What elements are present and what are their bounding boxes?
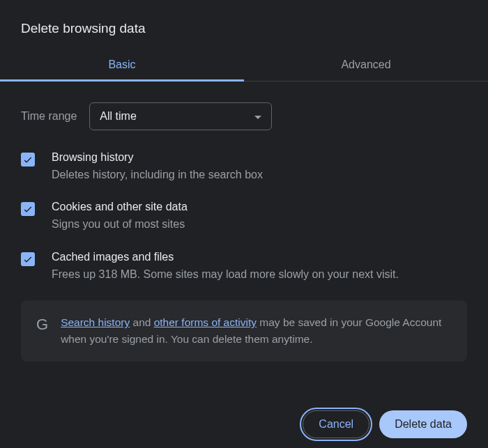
- checkbox-cache[interactable]: [21, 252, 35, 266]
- tab-advanced[interactable]: Advanced: [244, 50, 488, 81]
- google-icon: G: [36, 314, 48, 348]
- info-text-fragment: and: [130, 316, 153, 328]
- option-title: Browsing history: [52, 151, 467, 164]
- option-text: Cached images and files Frees up 318 MB.…: [52, 251, 467, 282]
- option-cookies: Cookies and other site data Signs you ou…: [21, 201, 467, 232]
- option-desc: Frees up 318 MB. Some sites may load mor…: [52, 267, 467, 282]
- option-title: Cookies and other site data: [52, 201, 467, 213]
- time-range-row: Time range All time: [21, 102, 467, 130]
- time-range-label: Time range: [21, 110, 77, 123]
- dialog-title: Delete browsing data: [0, 0, 488, 50]
- option-text: Browsing history Deletes history, includ…: [52, 151, 467, 183]
- other-activity-link[interactable]: other forms of activity: [154, 316, 257, 328]
- option-browsing-history: Browsing history Deletes history, includ…: [21, 151, 467, 183]
- tabs: Basic Advanced: [0, 50, 488, 82]
- option-cache: Cached images and files Frees up 318 MB.…: [21, 251, 467, 282]
- checkbox-browsing-history[interactable]: [21, 153, 35, 167]
- checkbox-cookies[interactable]: [21, 202, 35, 216]
- cancel-button[interactable]: Cancel: [303, 410, 369, 438]
- delete-data-button[interactable]: Delete data: [379, 410, 467, 438]
- time-range-value: All time: [100, 110, 136, 123]
- check-icon: [22, 254, 33, 265]
- tab-basic[interactable]: Basic: [0, 50, 244, 81]
- time-range-select[interactable]: All time: [89, 102, 272, 130]
- option-desc: Signs you out of most sites: [52, 217, 467, 232]
- check-icon: [22, 154, 33, 165]
- search-history-link[interactable]: Search history: [61, 316, 130, 328]
- check-icon: [22, 203, 33, 215]
- info-text: Search history and other forms of activi…: [61, 314, 452, 348]
- info-box: G Search history and other forms of acti…: [21, 300, 467, 362]
- option-text: Cookies and other site data Signs you ou…: [52, 201, 467, 232]
- footer: Cancel Delete data: [0, 401, 488, 448]
- option-title: Cached images and files: [52, 251, 467, 263]
- content: Time range All time Browsing history Del…: [0, 82, 488, 362]
- option-desc: Deletes history, including in the search…: [52, 167, 467, 183]
- chevron-down-icon: [254, 110, 261, 123]
